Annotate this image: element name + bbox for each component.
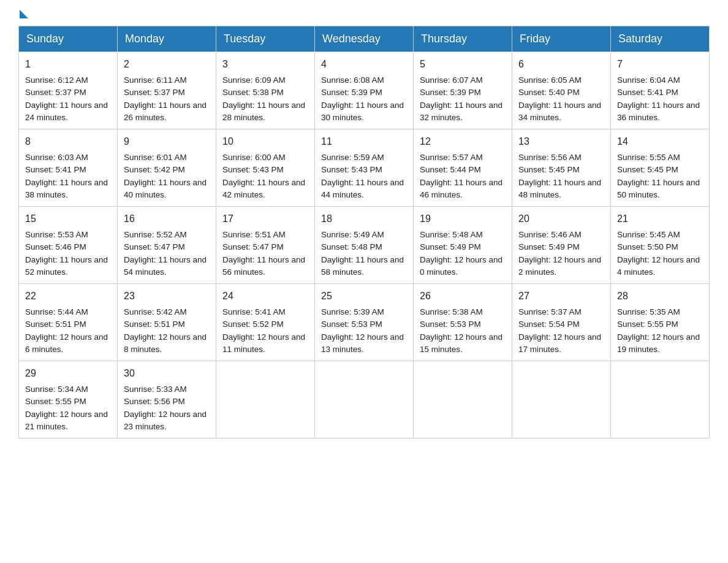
cell-content: Sunrise: 5:49 AMSunset: 5:48 PMDaylight:…	[321, 229, 407, 278]
cell-content: Sunrise: 5:53 AMSunset: 5:46 PMDaylight:…	[25, 229, 111, 278]
day-number: 5	[420, 57, 506, 72]
calendar-cell: 5Sunrise: 6:07 AMSunset: 5:39 PMDaylight…	[414, 52, 512, 129]
cell-content: Sunrise: 6:08 AMSunset: 5:39 PMDaylight:…	[321, 74, 407, 124]
day-number: 13	[518, 134, 604, 149]
day-number: 27	[518, 289, 604, 304]
day-number: 21	[617, 212, 703, 226]
calendar-cell: 9Sunrise: 6:01 AMSunset: 5:42 PMDaylight…	[118, 129, 216, 207]
weekday-header-wednesday: Wednesday	[315, 26, 414, 52]
calendar-cell: 4Sunrise: 6:08 AMSunset: 5:39 PMDaylight…	[315, 52, 414, 129]
calendar-cell: 6Sunrise: 6:05 AMSunset: 5:40 PMDaylight…	[512, 52, 611, 129]
calendar-week-4: 22Sunrise: 5:44 AMSunset: 5:51 PMDayligh…	[19, 284, 710, 361]
day-number: 20	[518, 212, 604, 226]
calendar-cell: 11Sunrise: 5:59 AMSunset: 5:43 PMDayligh…	[315, 129, 414, 207]
day-number: 25	[321, 289, 407, 304]
calendar-cell: 8Sunrise: 6:03 AMSunset: 5:41 PMDaylight…	[19, 129, 118, 207]
cell-content: Sunrise: 5:48 AMSunset: 5:49 PMDaylight:…	[420, 229, 506, 278]
calendar-week-3: 15Sunrise: 5:53 AMSunset: 5:46 PMDayligh…	[19, 207, 710, 284]
calendar-cell: 1Sunrise: 6:12 AMSunset: 5:37 PMDaylight…	[19, 52, 118, 129]
cell-content: Sunrise: 5:37 AMSunset: 5:54 PMDaylight:…	[518, 306, 604, 356]
day-number: 15	[25, 212, 111, 226]
logo	[18, 12, 28, 20]
cell-content: Sunrise: 5:38 AMSunset: 5:53 PMDaylight:…	[420, 306, 506, 356]
day-number: 4	[321, 57, 407, 72]
day-number: 24	[222, 289, 308, 304]
calendar-cell: 26Sunrise: 5:38 AMSunset: 5:53 PMDayligh…	[414, 284, 512, 361]
day-number: 22	[25, 289, 111, 304]
weekday-header-monday: Monday	[118, 26, 216, 52]
cell-content: Sunrise: 5:59 AMSunset: 5:43 PMDaylight:…	[321, 151, 407, 201]
cell-content: Sunrise: 5:55 AMSunset: 5:45 PMDaylight:…	[617, 151, 703, 201]
cell-content: Sunrise: 5:46 AMSunset: 5:49 PMDaylight:…	[518, 229, 604, 278]
cell-content: Sunrise: 6:05 AMSunset: 5:40 PMDaylight:…	[518, 74, 604, 124]
day-number: 6	[518, 57, 604, 72]
cell-content: Sunrise: 5:39 AMSunset: 5:53 PMDaylight:…	[321, 306, 407, 356]
cell-content: Sunrise: 5:35 AMSunset: 5:55 PMDaylight:…	[617, 306, 703, 356]
cell-content: Sunrise: 6:00 AMSunset: 5:43 PMDaylight:…	[222, 151, 308, 201]
calendar-cell: 3Sunrise: 6:09 AMSunset: 5:38 PMDaylight…	[216, 52, 315, 129]
calendar-header-row: SundayMondayTuesdayWednesdayThursdayFrid…	[19, 26, 710, 52]
cell-content: Sunrise: 5:41 AMSunset: 5:52 PMDaylight:…	[222, 306, 308, 356]
cell-content: Sunrise: 5:51 AMSunset: 5:47 PMDaylight:…	[222, 229, 308, 278]
calendar-cell: 30Sunrise: 5:33 AMSunset: 5:56 PMDayligh…	[118, 361, 216, 439]
cell-content: Sunrise: 5:44 AMSunset: 5:51 PMDaylight:…	[25, 306, 111, 356]
calendar-cell: 10Sunrise: 6:00 AMSunset: 5:43 PMDayligh…	[216, 129, 315, 207]
calendar-table: SundayMondayTuesdayWednesdayThursdayFrid…	[18, 26, 710, 439]
day-number: 2	[124, 57, 210, 72]
calendar-cell: 25Sunrise: 5:39 AMSunset: 5:53 PMDayligh…	[315, 284, 414, 361]
calendar-cell: 19Sunrise: 5:48 AMSunset: 5:49 PMDayligh…	[414, 207, 512, 284]
calendar-cell: 12Sunrise: 5:57 AMSunset: 5:44 PMDayligh…	[414, 129, 512, 207]
cell-content: Sunrise: 5:42 AMSunset: 5:51 PMDaylight:…	[124, 306, 210, 356]
calendar-cell	[414, 361, 512, 439]
calendar-cell: 18Sunrise: 5:49 AMSunset: 5:48 PMDayligh…	[315, 207, 414, 284]
day-number: 28	[617, 289, 703, 304]
day-number: 1	[25, 57, 111, 72]
day-number: 7	[617, 57, 703, 72]
calendar-cell	[216, 361, 315, 439]
calendar-cell: 23Sunrise: 5:42 AMSunset: 5:51 PMDayligh…	[118, 284, 216, 361]
calendar-cell: 24Sunrise: 5:41 AMSunset: 5:52 PMDayligh…	[216, 284, 315, 361]
calendar-cell	[611, 361, 710, 439]
day-number: 18	[321, 212, 407, 226]
calendar-week-2: 8Sunrise: 6:03 AMSunset: 5:41 PMDaylight…	[19, 129, 710, 207]
cell-content: Sunrise: 5:34 AMSunset: 5:55 PMDaylight:…	[25, 383, 111, 433]
cell-content: Sunrise: 5:57 AMSunset: 5:44 PMDaylight:…	[420, 151, 506, 201]
calendar-cell: 14Sunrise: 5:55 AMSunset: 5:45 PMDayligh…	[611, 129, 710, 207]
cell-content: Sunrise: 5:33 AMSunset: 5:56 PMDaylight:…	[124, 383, 210, 433]
day-number: 14	[617, 134, 703, 149]
calendar-cell: 16Sunrise: 5:52 AMSunset: 5:47 PMDayligh…	[118, 207, 216, 284]
calendar-cell: 15Sunrise: 5:53 AMSunset: 5:46 PMDayligh…	[19, 207, 118, 284]
cell-content: Sunrise: 5:45 AMSunset: 5:50 PMDaylight:…	[617, 229, 703, 278]
calendar-week-5: 29Sunrise: 5:34 AMSunset: 5:55 PMDayligh…	[19, 361, 710, 439]
day-number: 16	[124, 212, 210, 226]
logo-arrow-icon	[20, 10, 28, 18]
cell-content: Sunrise: 6:04 AMSunset: 5:41 PMDaylight:…	[617, 74, 703, 124]
cell-content: Sunrise: 5:56 AMSunset: 5:45 PMDaylight:…	[518, 151, 604, 201]
calendar-cell: 2Sunrise: 6:11 AMSunset: 5:37 PMDaylight…	[118, 52, 216, 129]
cell-content: Sunrise: 6:03 AMSunset: 5:41 PMDaylight:…	[25, 151, 111, 201]
day-number: 11	[321, 134, 407, 149]
day-number: 8	[25, 134, 111, 149]
cell-content: Sunrise: 6:12 AMSunset: 5:37 PMDaylight:…	[25, 74, 111, 124]
weekday-header-friday: Friday	[512, 26, 611, 52]
day-number: 17	[222, 212, 308, 226]
calendar-cell: 21Sunrise: 5:45 AMSunset: 5:50 PMDayligh…	[611, 207, 710, 284]
cell-content: Sunrise: 5:52 AMSunset: 5:47 PMDaylight:…	[124, 229, 210, 278]
day-number: 26	[420, 289, 506, 304]
cell-content: Sunrise: 6:07 AMSunset: 5:39 PMDaylight:…	[420, 74, 506, 124]
day-number: 12	[420, 134, 506, 149]
weekday-header-tuesday: Tuesday	[216, 26, 315, 52]
cell-content: Sunrise: 6:09 AMSunset: 5:38 PMDaylight:…	[222, 74, 308, 124]
day-number: 9	[124, 134, 210, 149]
day-number: 10	[222, 134, 308, 149]
day-number: 30	[124, 366, 210, 381]
weekday-header-saturday: Saturday	[611, 26, 710, 52]
day-number: 23	[124, 289, 210, 304]
calendar-cell: 20Sunrise: 5:46 AMSunset: 5:49 PMDayligh…	[512, 207, 611, 284]
cell-content: Sunrise: 6:11 AMSunset: 5:37 PMDaylight:…	[124, 74, 210, 124]
calendar-cell	[512, 361, 611, 439]
calendar-cell: 7Sunrise: 6:04 AMSunset: 5:41 PMDaylight…	[611, 52, 710, 129]
calendar-cell: 28Sunrise: 5:35 AMSunset: 5:55 PMDayligh…	[611, 284, 710, 361]
cell-content: Sunrise: 6:01 AMSunset: 5:42 PMDaylight:…	[124, 151, 210, 201]
day-number: 3	[222, 57, 308, 72]
